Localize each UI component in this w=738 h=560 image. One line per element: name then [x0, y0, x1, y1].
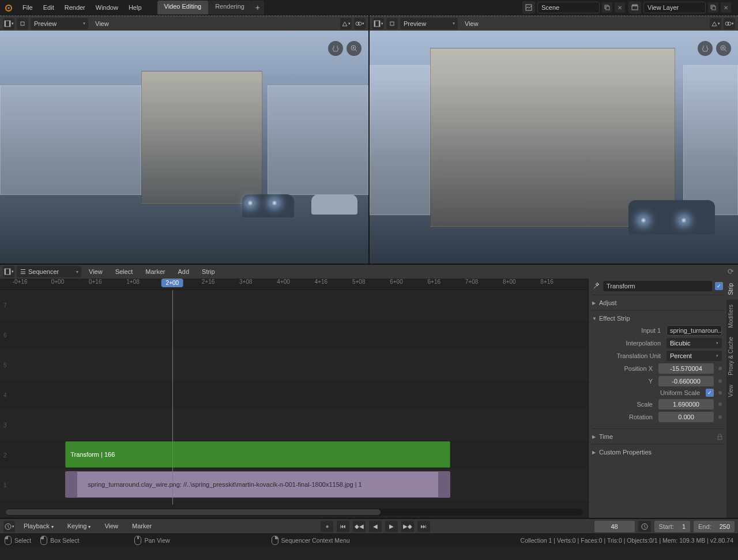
seq-menu-view[interactable]: View	[84, 264, 108, 280]
label: Input 1	[598, 327, 664, 334]
viewlayer-delete-button[interactable]: ✕	[721, 2, 731, 13]
preview-mode-select[interactable]: Preview	[31, 18, 88, 29]
svg-rect-12	[21, 22, 24, 25]
lock-icon[interactable]	[717, 434, 723, 440]
tick: 8+00	[503, 279, 516, 285]
seq-menu-strip[interactable]: Strip	[197, 264, 220, 280]
preview-channels-icon[interactable]: ▾	[710, 18, 721, 29]
zoom-icon[interactable]	[347, 41, 362, 56]
position-x-field[interactable]: -15.570004	[658, 363, 714, 374]
workspace-tabs: Video Editing Rendering +	[157, 1, 264, 14]
seq-menu-add[interactable]: Add	[172, 264, 194, 280]
menu-window[interactable]: Window	[91, 0, 123, 16]
preview-overlay-icon[interactable]: ▾	[724, 18, 735, 29]
panel-custom-header[interactable]: ▶Custom Properties	[592, 448, 723, 457]
menu-help[interactable]: Help	[123, 0, 147, 16]
refresh-icon[interactable]: ⟳	[725, 266, 736, 276]
menu-file[interactable]: File	[17, 0, 38, 16]
translation-unit-select[interactable]: Percent	[667, 351, 722, 361]
panel-effect-header[interactable]: ▼Effect Strip	[592, 314, 723, 323]
panel-adjust-header[interactable]: ▶Adjust	[592, 298, 723, 307]
keyframe-prev-button[interactable]: ◆◀	[353, 521, 366, 532]
marker-menu[interactable]: Marker	[127, 518, 157, 534]
editor-type-icon[interactable]: ▾	[3, 266, 14, 277]
pin-icon[interactable]	[17, 18, 28, 29]
tab-modifiers[interactable]: Modifiers	[726, 300, 738, 333]
position-y-field[interactable]: -0.660000	[658, 376, 714, 386]
interpolation-select[interactable]: Bicubic	[667, 338, 722, 348]
play-button[interactable]: ▶	[385, 521, 398, 532]
sequencer-mode-select[interactable]: ☰Sequencer	[17, 266, 81, 277]
jump-start-button[interactable]: ⏮	[337, 521, 349, 532]
preview-overlay-icon[interactable]: ▾	[354, 18, 366, 29]
tick: 3+08	[239, 279, 253, 285]
scene-new-button[interactable]	[602, 2, 612, 13]
preview-left-canvas[interactable]	[0, 31, 368, 264]
keyframe-next-button[interactable]: ▶◆	[401, 521, 414, 532]
preview-menu-view[interactable]: View	[465, 20, 479, 27]
timeline-scrollbar[interactable]	[6, 509, 582, 516]
scene-name-input[interactable]	[537, 2, 600, 13]
strip-mute-toggle[interactable]: ✓	[715, 282, 723, 290]
pin-icon[interactable]	[386, 18, 398, 29]
workspace-tab-add[interactable]: +	[251, 1, 264, 14]
tick: 6+16	[427, 279, 440, 285]
auto-keying-button[interactable]: ●	[321, 521, 333, 532]
preview-channels-icon[interactable]: ▾	[340, 18, 352, 29]
panel-time-header[interactable]: ▶Time	[592, 432, 723, 441]
keyframe-dot[interactable]	[718, 367, 722, 370]
tracks[interactable]: 7 6 5 4 3 2 1 Transform | 166 spring_tur…	[0, 290, 588, 505]
end-frame-field[interactable]: End:250	[694, 521, 735, 532]
editor-type-icon[interactable]: ▾	[372, 18, 384, 29]
viewlayer-browse-icon[interactable]	[628, 1, 641, 14]
pan-icon[interactable]	[698, 41, 713, 56]
tab-proxy-cache[interactable]: Proxy & Cache	[726, 332, 738, 380]
strip-name-field[interactable]: Transform	[603, 281, 712, 291]
workspace-tab-rendering[interactable]: Rendering	[208, 1, 251, 14]
svg-rect-4	[606, 6, 609, 10]
keyframe-dot[interactable]	[718, 391, 722, 394]
current-frame-field[interactable]: 48	[594, 521, 635, 532]
seq-menu-select[interactable]: Select	[110, 264, 138, 280]
input1-field[interactable]: spring_turnaroun..	[667, 325, 722, 336]
svg-rect-10	[5, 21, 6, 27]
tab-strip[interactable]: Strip	[726, 279, 738, 300]
menu-render[interactable]: Render	[59, 0, 91, 16]
zoom-icon[interactable]	[716, 41, 731, 56]
preview-right-header: ▾ Preview View ▾ ▾	[370, 16, 738, 31]
start-frame-field[interactable]: Start:1	[654, 521, 690, 532]
preview-right-canvas[interactable]	[370, 31, 738, 264]
preview-mode-select[interactable]: Preview	[400, 18, 458, 29]
jump-end-button[interactable]: ⏭	[417, 521, 430, 532]
viewlayer-new-button[interactable]	[708, 2, 718, 13]
keyframe-dot[interactable]	[718, 403, 722, 406]
status-select: Select	[14, 537, 31, 544]
timecode-icon[interactable]	[638, 521, 651, 532]
playhead-label[interactable]: 2+00	[161, 279, 184, 287]
tab-view[interactable]: View	[726, 380, 738, 402]
editor-type-icon[interactable]: ▾	[3, 521, 15, 532]
rotation-field[interactable]: 0.000	[658, 412, 714, 422]
view-menu[interactable]: View	[99, 518, 123, 534]
keyframe-dot[interactable]	[718, 415, 722, 419]
playhead[interactable]	[172, 290, 173, 505]
editor-type-icon[interactable]: ▾	[3, 18, 14, 29]
timeline[interactable]: -0+16 0+00 0+16 1+08 2+00 2+16 3+08 4+00…	[0, 279, 588, 518]
play-reverse-button[interactable]: ◀	[369, 521, 382, 532]
strip-transform[interactable]: Transform | 166	[65, 441, 450, 468]
time-ruler[interactable]: -0+16 0+00 0+16 1+08 2+00 2+16 3+08 4+00…	[0, 279, 588, 290]
workspace-tab-video-editing[interactable]: Video Editing	[157, 1, 209, 14]
scene-browse-icon[interactable]	[522, 1, 535, 14]
preview-menu-view[interactable]: View	[95, 20, 109, 27]
uniform-scale-checkbox[interactable]: ✓	[706, 389, 714, 397]
playback-menu[interactable]: Playback ▾	[18, 518, 59, 535]
keyframe-dot[interactable]	[718, 379, 722, 383]
scene-delete-button[interactable]: ✕	[615, 2, 625, 13]
strip-image[interactable]: spring_turnaround.clay_wire.png: //..\sp…	[65, 471, 450, 498]
menu-edit[interactable]: Edit	[38, 0, 59, 16]
keying-menu[interactable]: Keying ▾	[62, 518, 96, 535]
scale-field[interactable]: 1.690000	[658, 399, 714, 409]
seq-menu-marker[interactable]: Marker	[140, 264, 170, 280]
pan-icon[interactable]	[328, 41, 343, 56]
viewlayer-name-input[interactable]	[643, 2, 706, 13]
